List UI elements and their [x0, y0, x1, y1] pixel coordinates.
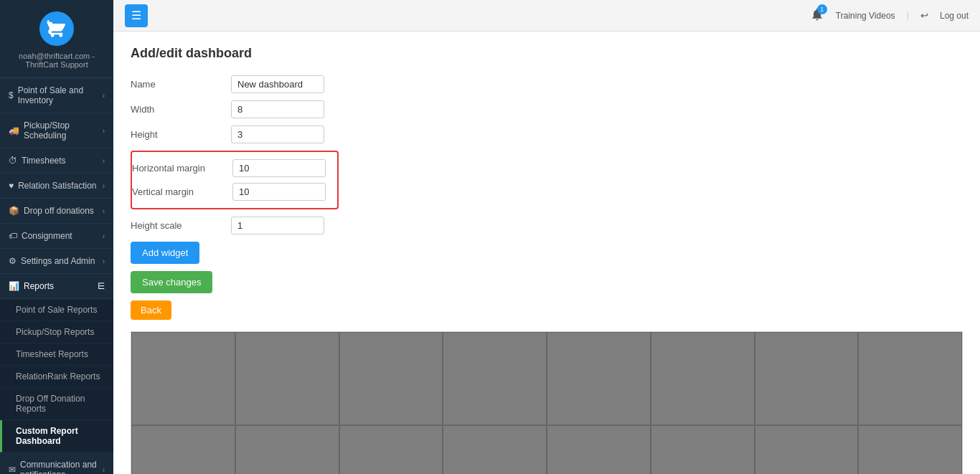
width-input[interactable] — [231, 100, 324, 118]
chevron-icon: › — [103, 182, 105, 190]
topbar-separator: | — [907, 10, 909, 21]
height-scale-row: Height scale — [131, 217, 963, 234]
sidebar-item-settings[interactable]: ⚙ Settings and Admin › — [0, 249, 113, 274]
chevron-icon: › — [103, 232, 105, 240]
box-icon: 📦 — [9, 206, 19, 216]
chevron-icon: › — [103, 466, 105, 474]
sidebar-sub-timesheet-reports[interactable]: Timesheet Reports — [0, 343, 113, 366]
save-changes-button[interactable]: Save changes — [131, 271, 212, 293]
width-row: Width — [131, 100, 963, 118]
heart-icon: ♥ — [9, 181, 14, 191]
sidebar-item-timesheets[interactable]: ⏱ Timesheets › — [0, 148, 113, 174]
add-widget-button[interactable]: Add widget — [131, 242, 199, 264]
back-button[interactable]: Back — [131, 300, 171, 320]
app-logo — [39, 11, 74, 46]
height-scale-input[interactable] — [231, 217, 324, 234]
sidebar-sub-dropoff-reports[interactable]: Drop Off Donation Reports — [0, 388, 113, 420]
grid-cell — [651, 332, 755, 425]
topbar-left: ☰ — [125, 4, 148, 27]
width-label: Width — [131, 104, 231, 115]
h-margin-row: Horizontal margin — [132, 159, 330, 177]
notification-icon[interactable]: 1 — [810, 7, 824, 24]
sidebar: noah@thriftcart.com - ThriftCart Support… — [0, 0, 113, 474]
sidebar-item-dropoff-label: Drop off donations — [24, 206, 94, 216]
gear-icon: ⚙ — [9, 256, 17, 266]
sidebar-item-reports-label: Reports — [24, 281, 54, 291]
sidebar-item-reports[interactable]: 📊 Reports ⋿ — [0, 274, 113, 299]
grid-cell — [547, 425, 651, 474]
sidebar-nav: $ Point of Sale and Inventory › 🚚 Pickup… — [0, 78, 113, 474]
dashboard-grid — [131, 331, 963, 474]
training-videos-link[interactable]: Training Videos — [836, 11, 895, 21]
chevron-icon: › — [103, 207, 105, 215]
sidebar-item-pos[interactable]: $ Point of Sale and Inventory › — [0, 78, 113, 113]
sidebar-sub-pos-reports[interactable]: Point of Sale Reports — [0, 299, 113, 321]
height-row: Height — [131, 125, 963, 143]
sidebar-user: noah@thriftcart.com - ThriftCart Support — [9, 52, 105, 69]
v-margin-row: Vertical margin — [132, 183, 330, 201]
name-input[interactable] — [231, 75, 324, 93]
sidebar-item-pickup[interactable]: 🚚 Pickup/Stop Scheduling › — [0, 113, 113, 148]
sidebar-item-relation-label: Relation Satisfaction — [18, 181, 96, 191]
grid-cell — [339, 425, 443, 474]
main-content: Add/edit dashboard Name Width Height Hor… — [113, 32, 980, 474]
sidebar-item-pickup-label: Pickup/Stop Scheduling — [24, 120, 103, 141]
grid-cell — [858, 425, 962, 474]
topbar: ☰ 1 Training Videos | ↩ Log out — [113, 0, 980, 32]
chevron-icon: › — [103, 92, 105, 100]
h-margin-input[interactable] — [232, 159, 326, 177]
name-row: Name — [131, 75, 963, 93]
grid-cell — [235, 425, 339, 474]
sidebar-item-consignment-label: Consignment — [22, 231, 72, 241]
grid-cell — [547, 332, 651, 425]
chart-icon: 📊 — [9, 281, 19, 291]
sidebar-header: noah@thriftcart.com - ThriftCart Support — [0, 0, 113, 78]
sidebar-item-relation[interactable]: ♥ Relation Satisfaction › — [0, 174, 113, 199]
grid-cell — [651, 425, 755, 474]
height-input[interactable] — [231, 125, 324, 143]
sidebar-item-pos-label: Point of Sale and Inventory — [18, 85, 103, 105]
logout-icon: ↩ — [920, 10, 928, 21]
reports-submenu: Point of Sale Reports Pickup/Stop Report… — [0, 299, 113, 452]
grid-cell — [131, 332, 235, 425]
topbar-right: 1 Training Videos | ↩ Log out — [810, 7, 969, 24]
sidebar-item-dropoff[interactable]: 📦 Drop off donations › — [0, 199, 113, 224]
sidebar-item-settings-label: Settings and Admin — [21, 256, 95, 266]
clock-icon: ⏱ — [9, 156, 17, 166]
mail-icon: ✉ — [9, 465, 16, 474]
margin-box: Horizontal margin Vertical margin — [131, 151, 339, 209]
h-margin-label: Horizontal margin — [132, 163, 232, 174]
sidebar-item-communication-label: Communication and notifications — [20, 460, 103, 474]
notif-badge: 1 — [817, 4, 827, 14]
chevron-icon: ⋿ — [98, 281, 105, 291]
truck-icon: 🚚 — [9, 125, 19, 136]
grid-cell — [339, 332, 443, 425]
grid-cell — [755, 425, 859, 474]
grid-cell — [235, 332, 339, 425]
grid-cell — [755, 332, 859, 425]
grid-cell — [443, 425, 547, 474]
v-margin-label: Vertical margin — [132, 186, 232, 197]
sidebar-sub-relation-reports[interactable]: RelationRank Reports — [0, 366, 113, 388]
sidebar-sub-pickup-reports[interactable]: Pickup/Stop Reports — [0, 321, 113, 343]
grid-cell — [131, 425, 235, 474]
logout-link[interactable]: Log out — [940, 11, 969, 21]
sidebar-item-timesheets-label: Timesheets — [22, 156, 66, 166]
grid-cell — [443, 332, 547, 425]
hamburger-button[interactable]: ☰ — [125, 4, 148, 27]
sidebar-sub-custom-report[interactable]: Custom Report Dashboard — [0, 420, 113, 452]
chevron-icon: › — [103, 257, 105, 265]
chevron-icon: › — [103, 127, 105, 135]
tag-icon: 🏷 — [9, 231, 17, 241]
chevron-icon: › — [103, 157, 105, 165]
grid-cell — [858, 332, 962, 425]
height-label: Height — [131, 129, 231, 140]
sidebar-item-communication[interactable]: ✉ Communication and notifications › — [0, 452, 113, 474]
sidebar-item-consignment[interactable]: 🏷 Consignment › — [0, 224, 113, 249]
dollar-icon: $ — [9, 90, 14, 100]
name-label: Name — [131, 79, 231, 90]
page-title: Add/edit dashboard — [131, 46, 963, 61]
v-margin-input[interactable] — [232, 183, 326, 201]
height-scale-label: Height scale — [131, 220, 231, 231]
